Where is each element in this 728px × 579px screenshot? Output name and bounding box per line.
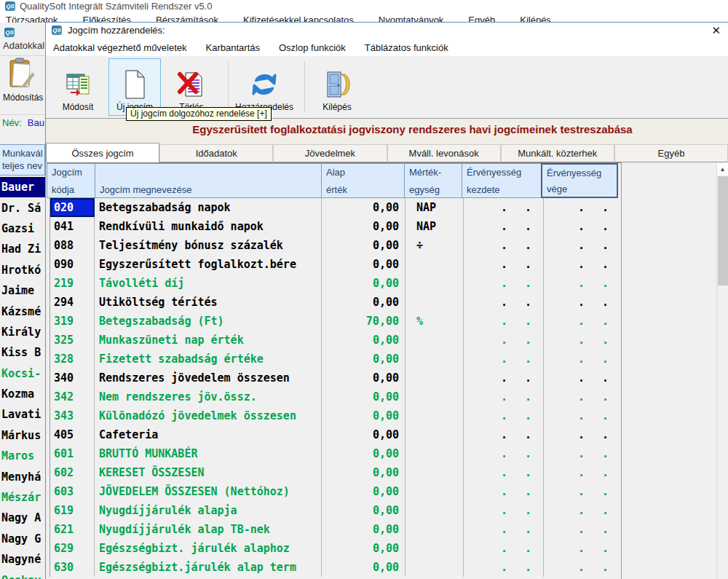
cell-mertekegyseg[interactable] xyxy=(405,501,464,520)
tab-egy-b[interactable]: Egyéb xyxy=(614,144,728,162)
cell-mertekegyseg[interactable] xyxy=(405,558,464,577)
table-row[interactable]: 090Egyszerűsített foglalkozt.bére0,00. .… xyxy=(47,255,621,274)
tab-munk-lt-k-zterhek[interactable]: Munkált. közterhek xyxy=(501,144,614,162)
cell-ervenyesseg-kezdete[interactable]: . . xyxy=(464,558,544,577)
cell-ervenyesseg-kezdete[interactable]: . . xyxy=(464,520,544,539)
cell-megnevezes[interactable]: Cafeteria xyxy=(95,425,322,444)
employee-list-item[interactable]: Dr. Sá xyxy=(0,197,45,218)
cell-mertekegyseg[interactable]: % xyxy=(405,312,464,331)
cell-jogcim-kod[interactable]: 601 xyxy=(50,444,95,463)
cell-jogcim-kod[interactable]: 325 xyxy=(50,331,95,350)
cell-ervenyesseg-vege[interactable]: . . xyxy=(544,558,620,577)
cell-ervenyesseg-vege[interactable]: . . xyxy=(544,501,620,520)
cell-megnevezes[interactable]: Távolléti díj xyxy=(95,274,322,293)
scroll-up-icon[interactable]: ▲ xyxy=(717,163,728,176)
table-row[interactable]: 041Rendkívüli munkaidő napok0,00NAP. .. … xyxy=(47,217,621,236)
employee-list-item[interactable]: Maros xyxy=(0,446,45,466)
cell-jogcim-kod[interactable]: 343 xyxy=(50,406,95,425)
cell-ervenyesseg-vege[interactable]: . . xyxy=(544,236,620,255)
main-menu-item[interactable]: Kifizetésekkel kapcsolatos xyxy=(243,12,354,23)
cell-jogcim-kod[interactable]: 041 xyxy=(50,217,95,236)
cell-ervenyesseg-kezdete[interactable]: . . xyxy=(464,501,544,520)
cell-jogcim-kod[interactable]: 619 xyxy=(50,501,95,520)
cell-mertekegyseg[interactable] xyxy=(405,274,464,293)
cell-ervenyesseg-vege[interactable]: . . xyxy=(544,293,620,312)
table-row[interactable]: 294Utiköltség térítés0,00. .. . xyxy=(47,293,621,312)
cell-mertekegyseg[interactable]: NAP xyxy=(405,217,464,236)
cell-mertekegyseg[interactable] xyxy=(405,406,464,425)
cell-megnevezes[interactable]: Fizetett szabadság értéke xyxy=(95,350,322,369)
cell-megnevezes[interactable]: Különadózó jövedelmek összesen xyxy=(95,406,322,425)
cell-alap-ertek[interactable]: 0,00 xyxy=(322,463,405,482)
dialog-titlebar[interactable]: QS Jogcím hozzárendelés: ✕ xyxy=(46,23,728,39)
cell-alap-ertek[interactable]: 0,00 xyxy=(322,539,405,558)
cell-alap-ertek[interactable]: 0,00 xyxy=(322,558,405,577)
cell-ervenyesseg-kezdete[interactable]: . . xyxy=(464,463,544,482)
cell-alap-ertek[interactable]: 0,00 xyxy=(322,293,405,312)
cell-ervenyesseg-vege[interactable]: . . xyxy=(544,217,620,236)
cell-jogcim-kod[interactable]: 294 xyxy=(50,293,95,312)
cell-megnevezes[interactable]: Egyszerűsített foglalkozt.bére xyxy=(95,255,322,274)
exit-button[interactable]: Kilépés xyxy=(311,58,363,116)
cell-alap-ertek[interactable]: 0,00 xyxy=(322,217,405,236)
cell-megnevezes[interactable]: Nyugdíjjárulék alapja xyxy=(95,501,322,520)
cell-mertekegyseg[interactable] xyxy=(405,369,464,387)
table-row[interactable]: 219Távolléti díj0,00. .. . xyxy=(47,274,621,293)
cell-alap-ertek[interactable]: 0,00 xyxy=(322,482,405,501)
main-menu-item[interactable]: Előkészítés xyxy=(83,12,131,23)
cell-alap-ertek[interactable]: 0,00 xyxy=(322,501,405,520)
cell-jogcim-kod[interactable]: 219 xyxy=(50,274,95,293)
cell-mertekegyseg[interactable] xyxy=(405,350,464,369)
cell-mertekegyseg[interactable] xyxy=(405,463,464,482)
cell-ervenyesseg-kezdete[interactable]: . . xyxy=(464,236,544,255)
modify-button-background[interactable]: Módosítás xyxy=(3,58,45,114)
cell-jogcim-kod[interactable]: 630 xyxy=(50,558,95,577)
table-row[interactable]: 343Különadózó jövedelmek összesen0,00. .… xyxy=(47,406,621,425)
cell-jogcim-kod[interactable]: 340 xyxy=(50,369,95,387)
table-row[interactable]: 328Fizetett szabadság értéke0,00. .. . xyxy=(47,350,621,369)
cell-alap-ertek[interactable]: 0,00 xyxy=(322,444,405,463)
modify-button[interactable]: Módosít xyxy=(52,58,104,116)
cell-ervenyesseg-kezdete[interactable]: . . xyxy=(464,331,544,350)
cell-ervenyesseg-vege[interactable]: . . xyxy=(544,463,620,482)
employee-list-item[interactable]: Nagyné xyxy=(0,549,45,570)
employee-list-item[interactable]: Jaime xyxy=(0,280,45,301)
cell-jogcim-kod[interactable]: 602 xyxy=(50,463,95,482)
cell-mertekegyseg[interactable] xyxy=(405,539,464,558)
cell-alap-ertek[interactable]: 0,00 xyxy=(322,369,405,387)
tab-j-vedelmek[interactable]: Jövedelmek xyxy=(273,144,387,162)
employee-list-item[interactable]: Mészár xyxy=(0,487,45,508)
cell-mertekegyseg[interactable] xyxy=(405,482,464,501)
cell-alap-ertek[interactable]: 0,00 xyxy=(322,387,405,406)
cell-ervenyesseg-kezdete[interactable]: . . xyxy=(464,255,544,274)
table-row[interactable]: 088Teljesítmény bónusz százalék0,00÷. ..… xyxy=(47,236,621,255)
cell-mertekegyseg[interactable] xyxy=(405,520,464,539)
employee-list-item[interactable]: Márkus xyxy=(0,425,45,446)
table-row[interactable]: 629Egészségbizt. járulék alaphoz0,00. ..… xyxy=(47,539,621,558)
cell-megnevezes[interactable]: BRUTTÓ MUNKABÉR xyxy=(95,444,322,463)
cell-mertekegyseg[interactable] xyxy=(405,331,464,350)
cell-megnevezes[interactable]: Teljesítmény bónusz százalék xyxy=(95,236,322,255)
cell-mertekegyseg[interactable] xyxy=(405,387,464,406)
main-menu-item[interactable]: Egyéb xyxy=(468,12,495,23)
cell-jogcim-kod[interactable]: 621 xyxy=(50,520,95,539)
cell-mertekegyseg[interactable] xyxy=(405,293,464,312)
cell-alap-ertek[interactable]: 0,00 xyxy=(322,331,405,350)
cell-ervenyesseg-vege[interactable]: . . xyxy=(544,425,620,444)
cell-megnevezes[interactable]: Rendszeres jövedelem összesen xyxy=(95,369,322,387)
cell-jogcim-kod[interactable]: 319 xyxy=(50,312,95,331)
cell-ervenyesseg-kezdete[interactable]: . . xyxy=(464,312,544,331)
cell-ervenyesseg-kezdete[interactable]: . . xyxy=(464,369,544,387)
tab--sszes-jogc-m[interactable]: Összes jogcím xyxy=(46,143,159,162)
cell-alap-ertek[interactable]: 0,00 xyxy=(322,350,405,369)
cell-alap-ertek[interactable]: 0,00 xyxy=(322,425,405,444)
cell-alap-ertek[interactable]: 0,00 xyxy=(322,198,405,217)
cell-ervenyesseg-vege[interactable]: . . xyxy=(544,482,620,501)
cell-ervenyesseg-kezdete[interactable]: . . xyxy=(464,293,544,312)
tab-mv-ll-levon-sok[interactable]: Mváll. levonások xyxy=(387,144,501,162)
main-menu-item[interactable]: Kilépés xyxy=(520,12,551,23)
table-row[interactable]: 405Cafeteria0,00. .. . xyxy=(47,425,621,444)
cell-ervenyesseg-vege[interactable]: . . xyxy=(544,444,620,463)
main-menu-item[interactable]: Törzsadatok xyxy=(6,12,58,23)
table-row[interactable]: 602KERESET ÖSSZESEN0,00. .. . xyxy=(47,463,621,482)
